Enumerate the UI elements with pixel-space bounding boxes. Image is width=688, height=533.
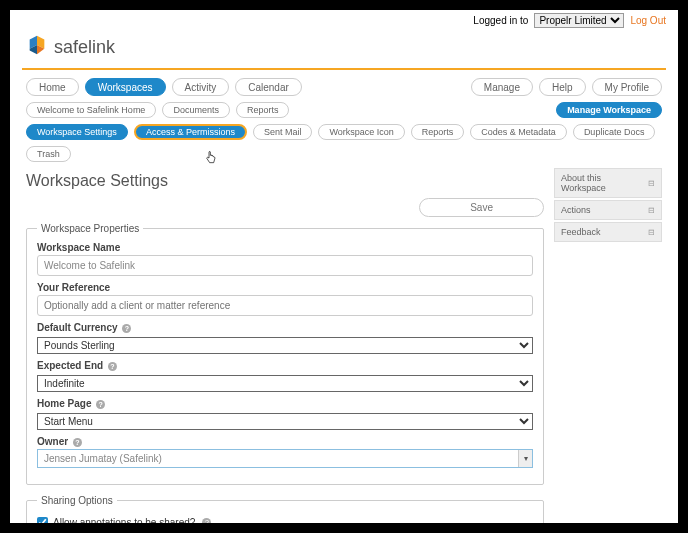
main-content: Workspace Settings Save Workspace Proper…: [26, 168, 544, 523]
collapse-icon: ⊟: [648, 228, 655, 237]
sharing-options-legend: Sharing Options: [37, 495, 117, 506]
tab-workspace-icon[interactable]: Workspace Icon: [318, 124, 404, 140]
workspace-properties-legend: Workspace Properties: [37, 223, 143, 234]
nav-reports[interactable]: Reports: [236, 102, 290, 118]
nav-calendar[interactable]: Calendar: [235, 78, 302, 96]
nav-documents[interactable]: Documents: [162, 102, 230, 118]
primary-nav: Home Workspaces Activity Calendar Manage…: [10, 74, 678, 100]
help-icon[interactable]: ?: [122, 324, 131, 333]
tab-reports[interactable]: Reports: [411, 124, 465, 140]
your-reference-label: Your Reference: [37, 282, 533, 293]
owner-label: Owner ?: [37, 436, 533, 447]
help-icon[interactable]: ?: [202, 518, 211, 523]
nav-activity[interactable]: Activity: [172, 78, 230, 96]
help-icon[interactable]: ?: [108, 362, 117, 371]
help-icon[interactable]: ?: [73, 438, 82, 447]
nav-manage[interactable]: Manage: [471, 78, 533, 96]
chevron-down-icon[interactable]: ▾: [518, 450, 532, 467]
side-actions[interactable]: Actions⊟: [554, 200, 662, 220]
nav-workspaces[interactable]: Workspaces: [85, 78, 166, 96]
tab-duplicate-docs[interactable]: Duplicate Docs: [573, 124, 656, 140]
tertiary-nav: Workspace Settings Access & Permissions …: [10, 122, 678, 168]
nav-profile[interactable]: My Profile: [592, 78, 662, 96]
workspace-properties-group: Workspace Properties Workspace Name Your…: [26, 223, 544, 485]
logged-in-label: Logged in to: [473, 15, 528, 26]
allow-annotations-checkbox[interactable]: [37, 517, 48, 523]
page-title: Workspace Settings: [26, 172, 544, 190]
secondary-nav: Welcome to Safelink Home Documents Repor…: [10, 100, 678, 122]
side-panel: About this Workspace⊟ Actions⊟ Feedback⊟: [554, 168, 662, 523]
logout-link[interactable]: Log Out: [630, 15, 666, 26]
help-icon[interactable]: ?: [96, 400, 105, 409]
nav-home[interactable]: Home: [26, 78, 79, 96]
manage-workspace-button[interactable]: Manage Workspace: [556, 102, 662, 118]
tab-access-permissions[interactable]: Access & Permissions: [134, 124, 247, 140]
tab-workspace-settings[interactable]: Workspace Settings: [26, 124, 128, 140]
workspace-name-input[interactable]: [37, 255, 533, 276]
tab-trash[interactable]: Trash: [26, 146, 71, 162]
collapse-icon: ⊟: [648, 179, 655, 188]
save-button[interactable]: Save: [419, 198, 544, 217]
home-page-select[interactable]: Start Menu: [37, 413, 533, 430]
logo: safelink: [10, 30, 678, 68]
sharing-options-group: Sharing Options Allow annotations to be …: [26, 495, 544, 523]
default-currency-label: Default Currency ?: [37, 322, 533, 333]
home-page-label: Home Page ?: [37, 398, 533, 409]
tab-sent-mail[interactable]: Sent Mail: [253, 124, 313, 140]
default-currency-select[interactable]: Pounds Sterling: [37, 337, 533, 354]
your-reference-input[interactable]: [37, 295, 533, 316]
top-bar: Logged in to Propelr Limited Log Out: [10, 10, 678, 30]
expected-end-select[interactable]: Indefinite: [37, 375, 533, 392]
nav-help[interactable]: Help: [539, 78, 586, 96]
owner-select[interactable]: Jensen Jumatay (Safelink): [37, 449, 533, 468]
collapse-icon: ⊟: [648, 206, 655, 215]
nav-welcome-home[interactable]: Welcome to Safelink Home: [26, 102, 156, 118]
logo-text: safelink: [54, 37, 115, 58]
tab-codes-metadata[interactable]: Codes & Metadata: [470, 124, 567, 140]
logo-icon: [26, 34, 48, 60]
side-about-workspace[interactable]: About this Workspace⊟: [554, 168, 662, 198]
side-feedback[interactable]: Feedback⊟: [554, 222, 662, 242]
divider: [22, 68, 666, 70]
allow-annotations-label: Allow annotations to be shared?: [53, 517, 195, 523]
org-select[interactable]: Propelr Limited: [534, 13, 624, 28]
expected-end-label: Expected End ?: [37, 360, 533, 371]
workspace-name-label: Workspace Name: [37, 242, 533, 253]
